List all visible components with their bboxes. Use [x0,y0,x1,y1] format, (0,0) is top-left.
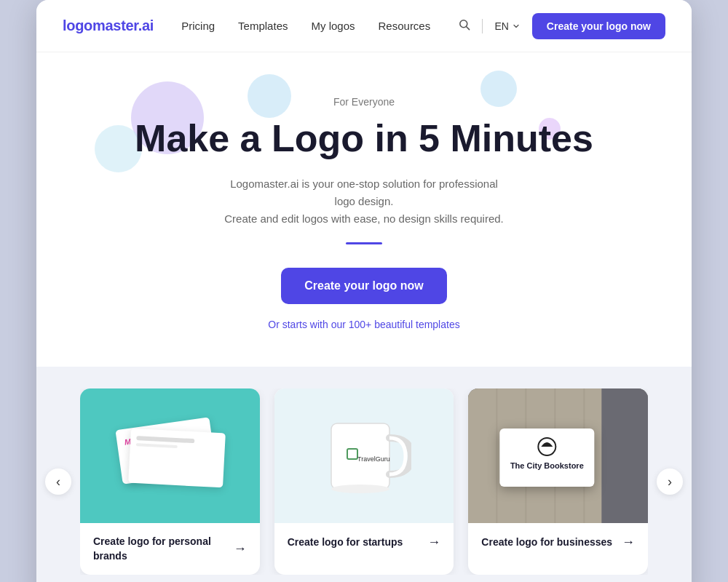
hero-divider [346,242,382,244]
card-footer-startups[interactable]: Create logo for startups → [274,523,454,562]
business-card-2 [128,428,226,487]
svg-rect-9 [496,388,498,523]
cards-container: Melissa Beth Create logo for persona [80,388,648,575]
svg-point-3 [331,485,389,493]
nav-links: Pricing Templates My logos Resources [181,20,430,33]
nav-divider [482,19,483,33]
cards-wrapper: ‹ Melissa Beth [36,388,692,575]
card-image-personal: Melissa Beth [80,388,260,523]
chevron-down-icon [512,22,521,31]
card-footer-businesses[interactable]: Create logo for businesses → [468,523,648,562]
hero-title: Make a Logo in 5 Minutes [66,118,662,159]
svg-line-1 [467,27,470,30]
nav-cta-button[interactable]: Create your logo now [532,13,665,39]
svg-rect-13 [602,388,648,523]
nav-item-templates[interactable]: Templates [238,20,288,33]
mug-wrapper: TravelGuru [274,388,454,523]
nav-item-my-logos[interactable]: My logos [311,20,355,33]
search-icon[interactable] [458,18,470,33]
browser-window: logomaster.ai Pricing Templates My logos… [36,0,692,582]
card-label-personal: Create logo for personal brands [93,535,234,563]
mug-svg: TravelGuru [317,402,411,511]
carousel-prev-button[interactable]: ‹ [45,469,71,495]
templates-link[interactable]: Or starts with our 100+ beautiful templa… [66,319,662,330]
card-label-startups: Create logo for startups [288,535,403,550]
hero-cta-button[interactable]: Create your logo now [281,268,447,304]
svg-text:The City Bookstore: The City Bookstore [510,461,584,470]
card-startups: TravelGuru Create logo for startups → [274,388,454,575]
svg-text:TravelGuru: TravelGuru [357,455,390,463]
card-personal-brands: Melissa Beth Create logo for persona [80,388,260,575]
card-image-startups: TravelGuru [274,388,454,523]
brand-logo[interactable]: logomaster.ai [63,17,154,34]
card-arrow-startups: → [427,535,440,550]
card-footer-personal[interactable]: Create logo for personal brands → [80,523,260,575]
card-arrow-personal: → [234,541,247,557]
language-selector[interactable]: EN [494,20,520,32]
card-image-businesses: The City Bookstore [468,388,648,523]
hero-section: For Everyone Make a Logo in 5 Minutes Lo… [36,52,692,367]
cards-section: ‹ Melissa Beth [36,367,692,582]
nav-item-pricing[interactable]: Pricing [181,20,215,33]
carousel-next-button[interactable]: › [657,469,683,495]
card-arrow-businesses: → [622,535,635,550]
card-businesses: The City Bookstore Create logo for busin… [468,388,648,575]
card-label-businesses: Create logo for businesses [481,535,612,550]
business-cards-mockup: Melissa Beth [111,420,228,493]
building-sign: The City Bookstore [468,388,648,523]
hero-subtitle: Logomaster.ai is your one-stop solution … [218,175,510,228]
navbar: logomaster.ai Pricing Templates My logos… [36,0,692,52]
hero-eyebrow: For Everyone [66,96,662,108]
nav-item-resources[interactable]: Resources [379,20,431,33]
nav-right: EN Create your logo now [458,13,665,39]
building-svg: The City Bookstore [468,388,648,523]
